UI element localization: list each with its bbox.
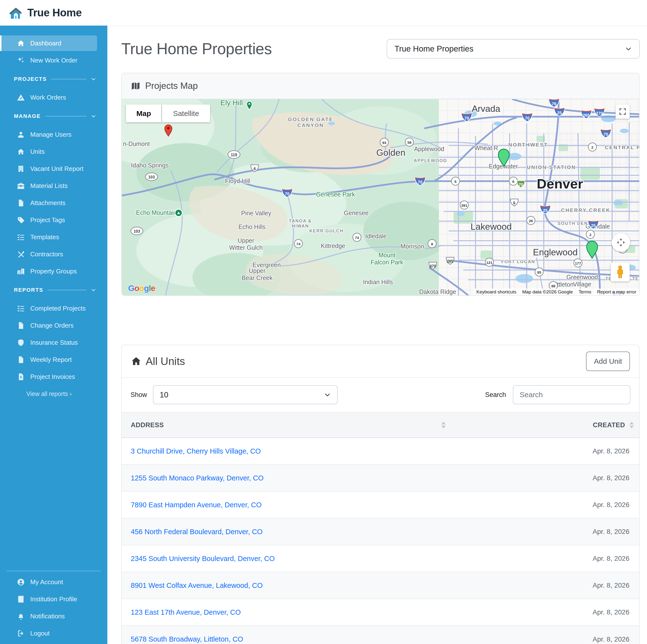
address-cell: 2345 South University Boulevard, Denver,… bbox=[122, 545, 448, 572]
sidebar-item-my-account[interactable]: My Account bbox=[0, 574, 97, 590]
sidebar-item-project-tags[interactable]: Project Tags bbox=[0, 212, 97, 228]
sidebar-item-label: Contractors bbox=[30, 251, 63, 258]
route-shield: 470 bbox=[429, 262, 437, 269]
created-cell: Apr. 8, 2026 bbox=[448, 599, 639, 626]
all-units-card: All Units Add Unit Show 10 Search ADDRES… bbox=[121, 345, 640, 644]
unit-address-link[interactable]: 5678 South Broadway, Littleton, CO bbox=[131, 635, 243, 643]
map-label: Golden bbox=[376, 148, 405, 158]
terms-link[interactable]: Terms bbox=[579, 289, 591, 295]
sidebar-item-notifications[interactable]: Notifications bbox=[0, 608, 97, 624]
svg-text:25: 25 bbox=[591, 223, 596, 228]
sidebar-item-attachments[interactable]: Attachments bbox=[0, 195, 97, 211]
projects-map-header: Projects Map bbox=[122, 73, 639, 99]
sidebar-item-units[interactable]: Units bbox=[0, 144, 97, 159]
checklist-icon bbox=[17, 233, 25, 241]
sidebar-item-contractors[interactable]: Contractors bbox=[0, 246, 97, 262]
sidebar-item-vacant-unit-report[interactable]: Vacant Unit Report bbox=[0, 161, 97, 177]
svg-text:2: 2 bbox=[589, 233, 591, 237]
search-input[interactable] bbox=[513, 385, 630, 404]
sidebar-item-label: Insurance Status bbox=[30, 339, 78, 346]
units-table-body: 3 Churchill Drive, Cherry Hills Village,… bbox=[122, 438, 639, 644]
map-label: FORT LOGAN bbox=[501, 259, 535, 264]
pan-control[interactable] bbox=[612, 233, 630, 252]
sidebar-item-label: Change Orders bbox=[30, 322, 74, 329]
report-map-error-link[interactable]: Report a map error bbox=[597, 289, 636, 295]
sidebar-item-insurance-status[interactable]: Insurance Status bbox=[0, 335, 97, 350]
sidebar-item-weekly-report[interactable]: Weekly Report bbox=[0, 352, 97, 368]
svg-text:$: $ bbox=[20, 376, 22, 379]
map-canvas[interactable]: Ely HillGOLDEN GATECANYONArvadan-DumontI… bbox=[122, 99, 639, 296]
map-label: Pine Valley bbox=[241, 210, 271, 216]
toolbox-icon bbox=[17, 182, 25, 190]
sidebar-item-property-groups[interactable]: Property Groups bbox=[0, 263, 97, 279]
dot-green-map-marker[interactable] bbox=[175, 209, 182, 216]
google-logo[interactable]: Google bbox=[128, 283, 155, 293]
map-label: Kittredge bbox=[321, 242, 345, 249]
map-label: Indian Hills bbox=[363, 278, 393, 285]
sidebar-item-work-orders[interactable]: Work Orders bbox=[0, 89, 97, 105]
unit-address-link[interactable]: 2345 South University Boulevard, Denver,… bbox=[131, 555, 275, 563]
svg-text:70: 70 bbox=[418, 180, 423, 185]
sidebar-section-projects[interactable]: PROJECTS bbox=[0, 70, 107, 88]
all-units-title-text: All Units bbox=[146, 355, 185, 368]
created-column-header[interactable]: CREATED bbox=[448, 412, 639, 438]
satellite-view-button[interactable]: Satellite bbox=[162, 105, 210, 122]
sidebar-item-logout[interactable]: Logout bbox=[0, 626, 97, 641]
fullscreen-button[interactable] bbox=[616, 105, 630, 119]
sidebar-item-material-lists[interactable]: Material Lists bbox=[0, 178, 97, 194]
house-icon bbox=[131, 356, 142, 367]
unit-address-link[interactable]: 123 East 17th Avenue, Denver, CO bbox=[131, 608, 241, 616]
sparkles-icon bbox=[17, 56, 25, 64]
map-label: Arvada bbox=[472, 104, 500, 114]
address-column-header[interactable]: ADDRESS bbox=[122, 412, 448, 438]
map-label: Idledale bbox=[365, 233, 387, 240]
sidebar-item-label: Manage Users bbox=[30, 131, 71, 138]
sidebar-item-change-orders[interactable]: Change Orders bbox=[0, 318, 97, 333]
pegman-streetview-control[interactable] bbox=[610, 262, 630, 281]
map-label: APPLEWOOD bbox=[414, 158, 447, 163]
table-row: 5678 South Broadway, Littleton, COApr. 8… bbox=[122, 626, 639, 644]
sidebar-item-completed-projects[interactable]: Completed Projects bbox=[0, 301, 97, 316]
tools-icon bbox=[17, 250, 25, 258]
sidebar-section-reports[interactable]: REPORTS bbox=[0, 281, 107, 299]
route-shield: 103 bbox=[145, 173, 158, 181]
svg-text:6: 6 bbox=[454, 180, 456, 184]
svg-text:25: 25 bbox=[557, 111, 562, 115]
sidebar-item-project-invoices[interactable]: $Project Invoices bbox=[0, 369, 97, 385]
divider bbox=[48, 290, 86, 290]
sidebar-item-label: My Account bbox=[30, 578, 63, 586]
created-cell: Apr. 8, 2026 bbox=[448, 572, 639, 599]
map-label: Genesee bbox=[344, 209, 368, 216]
sidebar-item-dashboard[interactable]: Dashboard bbox=[0, 36, 97, 51]
svg-text:93: 93 bbox=[382, 141, 386, 145]
unit-address-link[interactable]: 7890 East Hampden Avenue, Denver, CO bbox=[131, 501, 262, 509]
property-select[interactable]: True Home Properties bbox=[387, 39, 640, 59]
table-row: 1255 South Monaco Parkway, Denver, COApr… bbox=[122, 464, 639, 492]
sidebar-item-institution-profile[interactable]: Institution Profile bbox=[0, 591, 97, 607]
all-units-title: All Units bbox=[131, 355, 185, 368]
map-label: Englewood bbox=[533, 247, 577, 257]
sidebar-item-label: Attachments bbox=[30, 199, 66, 207]
unit-address-link[interactable]: 1255 South Monaco Parkway, Denver, CO bbox=[131, 474, 264, 482]
search-label: Search bbox=[485, 391, 506, 399]
sidebar-item-label: Project Invoices bbox=[30, 373, 75, 381]
show-entries-select[interactable]: 10 bbox=[153, 385, 338, 404]
svg-text:25: 25 bbox=[543, 208, 548, 213]
route-shield: 2 bbox=[588, 143, 596, 151]
sidebar-section-manage[interactable]: MANAGE bbox=[0, 107, 107, 125]
map-view-button[interactable]: Map bbox=[126, 105, 161, 122]
keyboard-shortcuts-link[interactable]: Keyboard shortcuts bbox=[477, 289, 516, 295]
svg-text:74: 74 bbox=[355, 236, 359, 240]
sidebar-item-label: Templates bbox=[30, 234, 59, 241]
sidebar-item-manage-users[interactable]: Manage Users bbox=[0, 127, 97, 142]
unit-address-link[interactable]: 456 North Federal Boulevard, Denver, CO bbox=[131, 528, 263, 536]
unit-address-link[interactable]: 3 Churchill Drive, Cherry Hills Village,… bbox=[131, 447, 261, 455]
sidebar-item-new-work-order[interactable]: New Work Order bbox=[0, 53, 97, 68]
sidebar-item-label: Notifications bbox=[30, 613, 65, 620]
show-label: Show bbox=[131, 391, 147, 399]
add-unit-button[interactable]: Add Unit bbox=[586, 351, 630, 371]
sidebar-item-templates[interactable]: Templates bbox=[0, 229, 97, 245]
view-all-reports-link[interactable]: View all reports › bbox=[0, 386, 107, 402]
projects-map[interactable]: Ely HillGOLDEN GATECANYONArvadan-DumontI… bbox=[122, 99, 639, 296]
unit-address-link[interactable]: 8901 West Colfax Avenue, Lakewood, CO bbox=[131, 581, 263, 589]
